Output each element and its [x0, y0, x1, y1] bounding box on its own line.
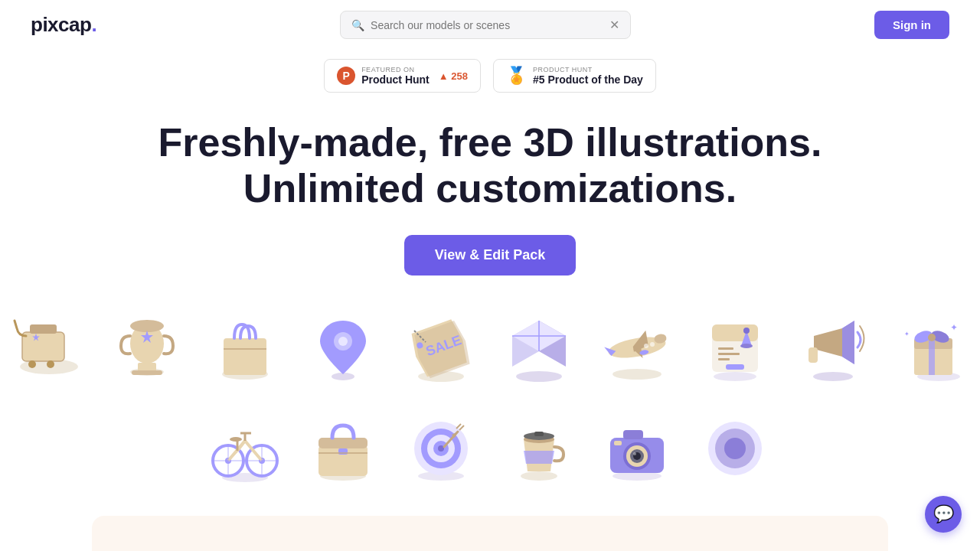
svg-text:✦: ✦ — [950, 322, 958, 333]
svg-point-111 — [724, 438, 746, 459]
svg-point-3 — [28, 360, 36, 368]
gift-illustration[interactable]: ✦ ✦ — [885, 302, 977, 393]
svg-point-36 — [644, 344, 648, 348]
coffee-cup-illustration[interactable] — [493, 401, 585, 493]
trophy-illustration[interactable] — [101, 302, 193, 393]
hero-title-line2: Unlimited customizations. — [243, 166, 737, 210]
reminder-illustration[interactable] — [689, 302, 781, 393]
svg-point-63 — [222, 473, 268, 482]
svg-rect-41 — [712, 324, 758, 341]
svg-text:✦: ✦ — [904, 331, 910, 337]
svg-point-107 — [633, 452, 636, 455]
navbar: pixcap. 🔍 ✕ Sign in — [0, 0, 980, 50]
svg-point-37 — [650, 342, 655, 347]
search-bar: 🔍 ✕ — [340, 11, 631, 39]
svg-rect-83 — [338, 448, 348, 455]
svg-point-17 — [338, 337, 348, 346]
svg-line-94 — [456, 424, 461, 429]
ph-featured-label: FEATURED ON — [361, 66, 430, 73]
hero-section: Freshly-made, free 3D illustrations. Unl… — [0, 93, 980, 283]
svg-rect-1 — [22, 332, 64, 361]
svg-point-39 — [714, 372, 756, 381]
shopping-cart-illustration[interactable] — [3, 302, 95, 393]
customize-section: Customize to your needs Every 3D illustr… — [92, 516, 888, 551]
sale-tag-illustration[interactable]: SALE — [395, 302, 487, 393]
search-icon: 🔍 — [351, 19, 364, 31]
svg-marker-51 — [842, 321, 854, 364]
location-pin-illustration[interactable] — [297, 302, 389, 393]
illustration-row-2 — [0, 401, 980, 493]
airplane-illustration[interactable] — [591, 302, 683, 393]
pod-badge-info: PRODUCT HUNT #5 Product of the Day — [533, 66, 643, 86]
svg-rect-102 — [623, 430, 643, 439]
illustration-row-1: SALE — [0, 302, 980, 393]
hero-title-line1: Freshly-made, free 3D illustrations. — [158, 120, 822, 165]
svg-point-75 — [230, 437, 242, 442]
svg-point-49 — [813, 372, 853, 381]
svg-rect-108 — [614, 441, 622, 445]
svg-point-10 — [130, 320, 164, 332]
svg-rect-53 — [808, 347, 818, 363]
svg-rect-44 — [718, 358, 730, 360]
hero-title: Freshly-made, free 3D illustrations. Unl… — [15, 120, 965, 212]
svg-rect-8 — [132, 370, 162, 375]
svg-point-4 — [47, 360, 54, 368]
clear-icon[interactable]: ✕ — [609, 18, 619, 32]
cta-button[interactable]: View & Edit Pack — [404, 235, 577, 276]
svg-rect-42 — [718, 347, 733, 350]
svg-rect-13 — [224, 338, 266, 375]
badges-row: P FEATURED ON Product Hunt ▲ 258 🏅 PRODU… — [0, 59, 980, 93]
svg-point-95 — [521, 471, 557, 481]
chat-bubble[interactable]: 💬 — [925, 496, 962, 533]
svg-rect-43 — [718, 353, 740, 355]
svg-rect-82 — [318, 438, 368, 448]
bicycle-illustration[interactable] — [199, 401, 291, 493]
signin-button[interactable]: Sign in — [874, 11, 949, 39]
svg-point-24 — [516, 371, 562, 382]
megaphone-illustration[interactable] — [787, 302, 879, 393]
svg-point-30 — [612, 369, 662, 380]
svg-line-71 — [228, 451, 237, 461]
pod-name: #5 Product of the Day — [533, 73, 643, 86]
svg-rect-2 — [30, 324, 57, 334]
logo[interactable]: pixcap. — [31, 13, 96, 37]
ph-name: Product Hunt — [361, 73, 430, 86]
svg-line-93 — [459, 425, 464, 430]
chat-icon: 💬 — [933, 504, 954, 524]
svg-rect-98 — [534, 432, 544, 436]
crate-illustration[interactable] — [493, 302, 585, 393]
svg-point-46 — [743, 328, 750, 334]
svg-marker-52 — [814, 328, 842, 357]
toolbox-illustration[interactable] — [297, 401, 389, 493]
product-of-day-badge[interactable]: 🏅 PRODUCT HUNT #5 Product of the Day — [493, 59, 656, 93]
shopping-bag-illustration[interactable] — [199, 302, 291, 393]
ph-badge-info: FEATURED ON Product Hunt — [361, 66, 430, 86]
producthunt-badge[interactable]: P FEATURED ON Product Hunt ▲ 258 — [324, 59, 481, 93]
svg-rect-57 — [929, 338, 935, 375]
medal-icon: 🏅 — [506, 66, 527, 86]
ph-count: ▲ 258 — [439, 70, 468, 82]
ph-icon: P — [337, 67, 355, 85]
svg-rect-48 — [726, 364, 744, 370]
illustrations-section: SALE — [0, 283, 980, 500]
pod-hunt-label: PRODUCT HUNT — [533, 66, 643, 73]
target-illustration[interactable] — [395, 401, 487, 493]
camera-illustration[interactable] — [591, 401, 683, 493]
logo-dot: . — [91, 13, 96, 36]
partial-illustration[interactable] — [689, 401, 781, 493]
svg-point-47 — [740, 344, 753, 348]
search-input[interactable] — [371, 19, 603, 31]
svg-point-60 — [928, 334, 936, 341]
